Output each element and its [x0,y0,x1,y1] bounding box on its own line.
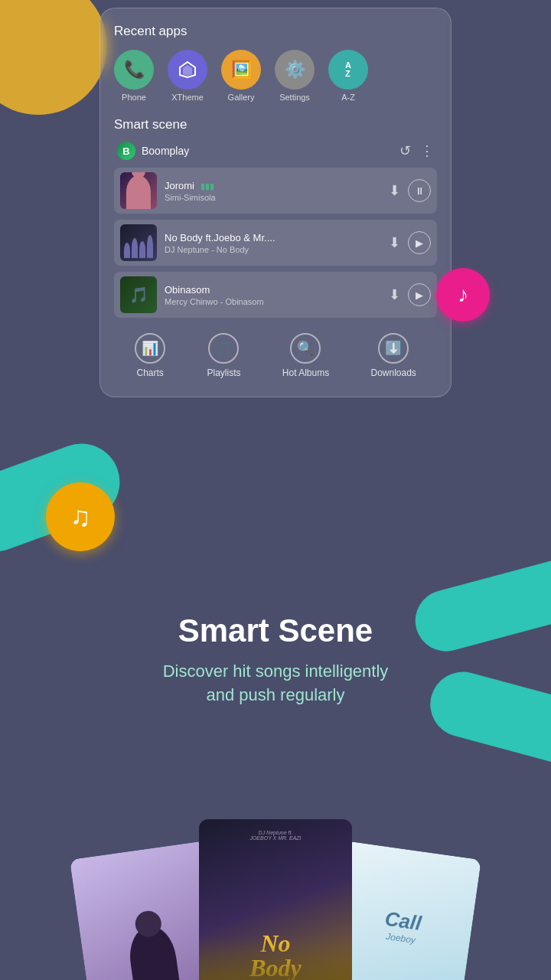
boomplay-actions [399,142,434,159]
app-item-gallery[interactable]: 🖼️ Gallery [221,50,261,102]
download-icon-obinasom[interactable]: ⬇ [389,286,400,303]
gallery-app-icon: 🖼️ [221,50,261,90]
song-title-joromi: Joromi ▮▮▮ [165,180,381,191]
album-cards-row: DJ Neptune ft.JOEBOY X MR. EAZI NoBody C… [0,812,551,980]
app-label-xtheme: XTheme [171,93,204,102]
song-info-nobody: No Body ft.Joebo & Mr.... DJ Neptune - N… [165,232,381,254]
az-app-icon: AZ [328,50,368,90]
pause-button-joromi[interactable]: ⏸ [408,179,431,202]
song-thumb-obinasom: 🎵 [120,276,157,313]
song-info-obinasom: Obinasom Mercy Chinwo - Obinasom [165,284,381,306]
album-center-artist-top: DJ Neptune ft.JOEBOY X MR. EAZI [249,830,301,841]
more-options-icon[interactable] [420,142,434,159]
equalizer-bars: ▮▮▮ [201,181,214,191]
smart-scene-panel-title: Smart scene [114,117,437,132]
song-row-obinasom[interactable]: 🎵 Obinasom Mercy Chinwo - Obinasom ⬇ ▶ [114,272,437,318]
svg-marker-1 [183,65,192,76]
song-controls-obinasom: ⬇ ▶ [389,283,431,306]
charts-nav-icon: 📊 [135,333,165,364]
song-thumb-joromi [120,172,157,209]
album-card-center: DJ Neptune ft.JOEBOY X MR. EAZI NoBody [199,819,352,980]
smart-scene-main-heading: Smart Scene [31,612,520,649]
smart-scene-section: Smart Scene Discover hit songs intellige… [0,612,551,707]
bg-decoration-yellow [0,0,107,115]
app-item-phone[interactable]: 📞 Phone [114,50,154,102]
boomplay-app-name: Boomplay [142,145,189,157]
boomplay-logo-icon: B [117,142,135,160]
album-bg-center: DJ Neptune ft.JOEBOY X MR. EAZI NoBody [199,819,352,980]
downloads-nav-icon: ⬇️ [378,333,409,364]
song-row-nobody[interactable]: No Body ft.Joebo & Mr.... DJ Neptune - N… [114,220,437,266]
nav-label-downloads: Downloads [370,368,416,378]
nav-item-charts[interactable]: 📊 Charts [135,333,165,378]
recent-apps-title: Recent apps [114,24,437,39]
song-controls-nobody: ⬇ ▶ [389,231,431,254]
nav-label-charts: Charts [136,368,163,378]
app-item-az[interactable]: AZ A-Z [328,50,368,102]
song-artist-nobody: DJ Neptune - No Body [165,245,381,254]
song-title-obinasom: Obinasom [165,284,381,296]
phone-app-icon: 📞 [114,50,154,90]
boomplay-header: B Boomplay [114,142,437,160]
nav-item-downloads[interactable]: ⬇️ Downloads [370,333,416,378]
nav-item-hotalbums[interactable]: 🔍 Hot Albums [282,333,329,378]
nav-label-hotalbums: Hot Albums [282,368,329,378]
play-button-nobody[interactable]: ▶ [408,231,431,254]
download-icon-nobody[interactable]: ⬇ [389,234,400,251]
hotalbums-nav-icon: 🔍 [290,333,321,364]
song-thumb-nobody [120,224,157,261]
app-item-xtheme[interactable]: XTheme [168,50,207,102]
app-icons-row: 📞 Phone XTheme 🖼️ Gallery ⚙️ Settings AZ [114,50,437,102]
nav-label-playlists: Playlists [207,368,240,378]
floating-music-btn-orange[interactable]: ♫ [46,482,115,551]
app-item-settings[interactable]: ⚙️ Settings [275,50,315,102]
song-artist-joromi: Simi-Simisola [165,193,381,202]
song-artist-obinasom: Mercy Chinwo - Obinasom [165,297,381,306]
song-info-joromi: Joromi ▮▮▮ Simi-Simisola [165,180,381,202]
app-label-gallery: Gallery [228,93,255,102]
smart-scene-subtext: Discover hit songs intelligentlyand push… [31,660,520,707]
floating-music-btn-pink[interactable]: ♪ [436,268,490,322]
song-title-nobody: No Body ft.Joebo & Mr.... [165,232,381,243]
thumb-dancers [121,224,156,261]
song-row-joromi[interactable]: Joromi ▮▮▮ Simi-Simisola ⬇ ⏸ [114,168,437,214]
reload-icon[interactable] [399,142,411,159]
app-label-settings: Settings [279,93,310,102]
settings-app-icon: ⚙️ [275,50,315,90]
play-button-obinasom[interactable]: ▶ [408,283,431,306]
app-label-az: A-Z [341,93,355,102]
boomplay-brand: B Boomplay [117,142,189,160]
thumb-figure [126,175,151,209]
nav-item-playlists[interactable]: 🎵 Playlists [207,333,240,378]
app-label-phone: Phone [122,93,146,102]
xtheme-app-icon [168,50,207,90]
album-center-gradient [199,938,352,980]
bottom-nav: 📊 Charts 🎵 Playlists 🔍 Hot Albums ⬇️ Dow… [114,328,437,383]
song-controls-joromi: ⬇ ⏸ [389,179,431,202]
phone-card: Recent apps 📞 Phone XTheme 🖼️ Gallery ⚙️… [99,8,452,397]
playlists-nav-icon: 🎵 [208,333,239,364]
download-icon-joromi[interactable]: ⬇ [389,182,400,199]
